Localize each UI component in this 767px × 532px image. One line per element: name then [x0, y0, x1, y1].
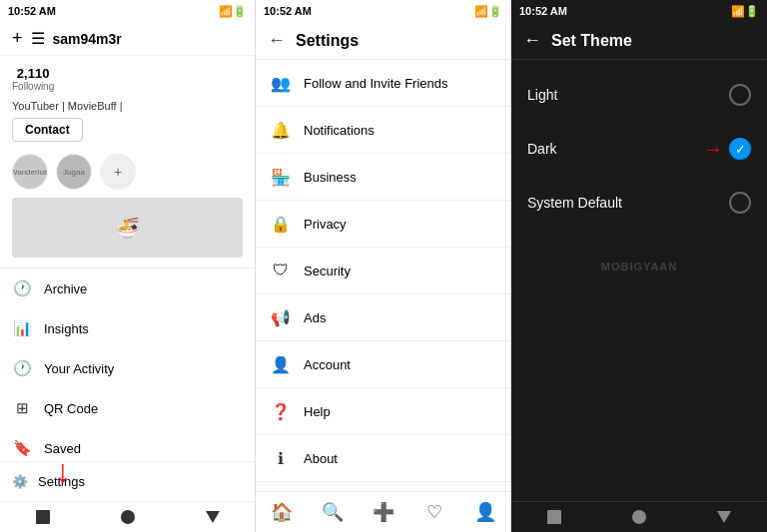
status-bar-1: 10:52 AM 📶🔋: [0, 0, 255, 22]
nav-home-2[interactable]: 🏠: [270, 500, 294, 524]
story-bubble-1[interactable]: Wanderlust: [12, 154, 48, 190]
theme-label-dark: Dark: [527, 141, 557, 157]
food-icon: 🍜: [115, 216, 140, 240]
profile-header: + ☰ sam94m3r: [0, 22, 255, 56]
settings-row-privacy[interactable]: 🔒 Privacy: [256, 201, 510, 248]
status-icons-2: 📶🔋: [474, 5, 502, 18]
settings-row-help[interactable]: ❓ Help: [256, 388, 510, 435]
theme-title: Set Theme: [551, 32, 632, 50]
radio-dark[interactable]: ✓: [729, 138, 751, 160]
nav-shape-circle-3[interactable]: [632, 510, 646, 524]
time-1: 10:52 AM: [8, 5, 56, 17]
settings-label-security: Security: [304, 264, 351, 278]
radio-light[interactable]: [729, 84, 751, 106]
menu-label-archive: Archive: [44, 281, 87, 296]
about-icon: ℹ: [270, 447, 292, 469]
notifications-icon: 🔔: [270, 119, 292, 141]
back-arrow-theme[interactable]: ←: [523, 30, 541, 51]
panel-set-theme: 10:52 AM 📶🔋 ← Set Theme Light Dark → ✓ S…: [511, 0, 767, 532]
nav-shape-circle-1[interactable]: [121, 510, 135, 524]
stat-following: 2,110 Following: [12, 66, 54, 92]
privacy-icon: 🔒: [270, 213, 292, 235]
settings-row-ads[interactable]: 📢 Ads: [256, 294, 510, 341]
settings-row-account[interactable]: 👤 Account: [256, 341, 510, 388]
settings-label-business: Business: [304, 170, 357, 185]
activity-icon: 🕐: [12, 358, 32, 378]
settings-label-about: About: [304, 451, 338, 466]
settings-label-ads: Ads: [304, 310, 326, 325]
menu-item-qr[interactable]: ⊞ QR Code: [0, 388, 255, 428]
insights-icon: 📊: [12, 318, 32, 338]
status-icons-1: 📶🔋: [219, 5, 247, 18]
settings-header: ← Settings: [256, 22, 510, 60]
nav-heart-2[interactable]: ♡: [422, 500, 446, 524]
story-bubble-2[interactable]: Jugaa: [56, 154, 92, 190]
nav-shape-triangle-1[interactable]: [206, 511, 220, 523]
menu-label-insights: Insights: [44, 321, 89, 336]
theme-label-light: Light: [527, 87, 557, 103]
menu-label-activity: Your Activity: [44, 361, 114, 376]
profile-stats: 2,110 Following: [12, 66, 243, 92]
menu-item-insights[interactable]: 📊 Insights: [0, 308, 255, 348]
time-2: 10:52 AM: [264, 5, 312, 17]
settings-label-privacy: Privacy: [304, 217, 347, 232]
bottom-nav-1: [0, 501, 255, 532]
nav-profile-2[interactable]: 👤: [473, 500, 497, 524]
settings-title: Settings: [296, 32, 359, 50]
menu-item-saved[interactable]: 🔖 Saved: [0, 428, 255, 461]
theme-option-system[interactable]: System Default: [511, 176, 767, 230]
nav-shape-square-1[interactable]: [36, 510, 50, 524]
theme-label-system: System Default: [527, 195, 622, 211]
theme-option-light[interactable]: Light: [511, 68, 767, 122]
ads-icon: 📢: [270, 306, 292, 328]
settings-row-theme[interactable]: 🎨 Theme ←: [256, 482, 510, 491]
nav-add-2[interactable]: ➕: [372, 500, 395, 524]
security-icon: 🛡: [270, 260, 292, 281]
story-bubble-add[interactable]: +: [100, 154, 136, 190]
menu-label-qr: QR Code: [44, 401, 98, 416]
panel-settings: 10:52 AM 📶🔋 ← Settings 👥 Follow and Invi…: [256, 0, 511, 532]
nav-shape-triangle-3[interactable]: [717, 511, 731, 523]
time-3: 10:52 AM: [519, 5, 567, 17]
dark-arrow-indicator: →: [703, 138, 723, 161]
settings-arrow-indicator: ↓: [55, 453, 71, 490]
business-icon: 🏪: [270, 166, 292, 188]
side-menu: 🕐 Archive 📊 Insights 🕐 Your Activity ⊞ Q…: [0, 268, 255, 461]
settings-row-notifications[interactable]: 🔔 Notifications: [256, 107, 510, 154]
settings-label-notifications: Notifications: [304, 123, 375, 138]
account-icon: 👤: [270, 353, 292, 375]
qr-icon: ⊞: [12, 398, 32, 418]
settings-icon: ⚙️: [12, 474, 28, 489]
settings-label-account: Account: [304, 357, 351, 372]
menu-item-archive[interactable]: 🕐 Archive: [0, 268, 255, 308]
settings-menu-item[interactable]: ⚙️ Settings: [12, 470, 243, 493]
follow-icon: 👥: [270, 72, 292, 94]
archive-icon: 🕐: [12, 278, 32, 298]
theme-header: ← Set Theme: [511, 22, 767, 60]
back-arrow-settings[interactable]: ←: [268, 30, 286, 51]
settings-row-about[interactable]: ℹ About: [256, 435, 510, 482]
stat-following-number: 2,110: [12, 66, 54, 81]
bio-text: YouTuber | MovieBuff |: [12, 100, 243, 112]
add-icon[interactable]: +: [12, 28, 23, 49]
nav-shape-square-3[interactable]: [547, 510, 561, 524]
saved-icon: 🔖: [12, 438, 32, 458]
food-image: 🍜: [12, 198, 243, 258]
theme-options-list: Light Dark → ✓ System Default: [511, 60, 767, 501]
theme-option-dark[interactable]: Dark → ✓: [511, 122, 767, 176]
settings-row-follow[interactable]: 👥 Follow and Invite Friends: [256, 60, 510, 107]
panel-profile-menu: 10:52 AM 📶🔋 + ☰ sam94m3r 2,110 Following…: [0, 0, 256, 532]
settings-label-help: Help: [304, 404, 331, 419]
menu-icon[interactable]: ☰: [31, 29, 45, 48]
contact-button[interactable]: Contact: [12, 118, 83, 142]
story-label-2: Jugaa: [63, 168, 85, 177]
nav-search-2[interactable]: 🔍: [321, 500, 345, 524]
status-bar-3: 10:52 AM 📶🔋: [511, 0, 767, 22]
settings-row-business[interactable]: 🏪 Business: [256, 154, 510, 201]
settings-section: ⚙️ Settings: [0, 461, 255, 501]
radio-system[interactable]: [729, 192, 751, 214]
bottom-nav-2: 🏠 🔍 ➕ ♡ 👤: [256, 491, 510, 532]
menu-item-activity[interactable]: 🕐 Your Activity: [0, 348, 255, 388]
username: sam94m3r: [53, 31, 243, 47]
settings-row-security[interactable]: 🛡 Security: [256, 248, 510, 294]
